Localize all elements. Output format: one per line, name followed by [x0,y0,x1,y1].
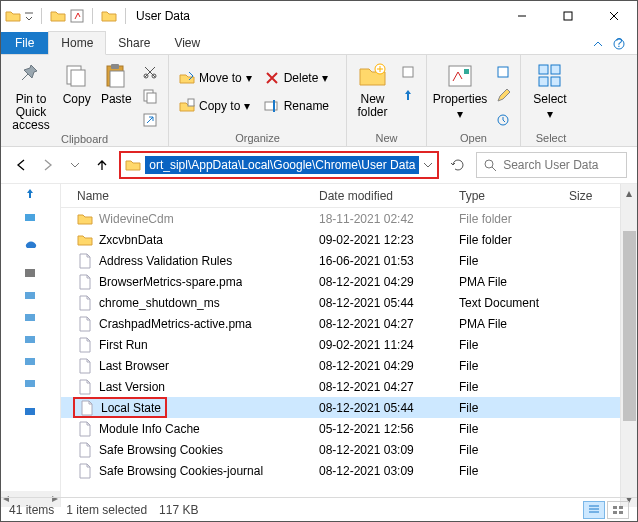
table-row[interactable]: Local State08-12-2021 05:44File [61,397,620,418]
select-button[interactable]: Select ▾ [527,57,573,121]
tab-share[interactable]: Share [106,32,162,54]
copy-button[interactable]: Copy [59,57,95,106]
copy-path-icon [142,88,158,104]
open-button[interactable] [491,61,515,83]
svg-rect-35 [25,408,35,415]
address-row: ort_sipl\AppData\Local\Google\Chrome\Use… [1,147,637,183]
table-row[interactable]: First Run09-02-2021 11:24File [61,334,620,355]
ribbon-collapse-icon[interactable] [593,39,603,49]
file-name: ZxcvbnData [99,233,163,247]
column-type[interactable]: Type [459,189,569,203]
column-headers[interactable]: Name Date modified Type Size [61,184,620,208]
table-row[interactable]: Safe Browsing Cookies-journal08-12-2021 … [61,460,620,481]
table-row[interactable]: CrashpadMetrics-active.pma08-12-2021 04:… [61,313,620,334]
svg-rect-31 [25,314,35,321]
tab-file[interactable]: File [1,32,48,54]
address-path[interactable]: ort_sipl\AppData\Local\Google\Chrome\Use… [145,156,419,174]
move-to-button[interactable]: Move to▾ [175,67,256,89]
column-size[interactable]: Size [569,189,620,203]
large-icons-view-button[interactable] [607,501,629,519]
svg-rect-26 [551,77,560,86]
history-button[interactable] [491,109,515,131]
chevron-down-icon: ▾ [547,108,553,121]
folder-icon [5,8,21,24]
group-select-label: Select [527,132,575,146]
details-view-button[interactable] [583,501,605,519]
table-row[interactable]: WidevineCdm18-11-2021 02:42File folder [61,208,620,229]
new-folder-button[interactable]: New folder [353,57,392,119]
svg-point-27 [485,160,493,168]
svg-rect-39 [619,511,623,514]
folder-icon [50,8,66,24]
ribbon-tabs: File Home Share View ? [1,31,637,55]
svg-rect-30 [25,292,35,299]
svg-rect-1 [564,12,572,20]
history-icon [495,112,511,128]
up-button[interactable] [92,154,111,176]
file-icon [77,316,93,332]
new-item-button[interactable] [396,61,420,83]
main-area: ◂▸ Name Date modified Type Size Widevine… [1,183,637,507]
table-row[interactable]: ZxcvbnData09-02-2021 12:23File folder [61,229,620,250]
qat-dropdown-icon[interactable] [25,10,33,22]
navigation-pane[interactable]: ◂▸ [1,184,61,507]
paste-shortcut-button[interactable] [138,109,162,131]
table-row[interactable]: Safe Browsing Cookies08-12-2021 03:09Fil… [61,439,620,460]
pin-icon [15,61,47,91]
pin-to-quick-access-button[interactable]: Pin to Quick access [7,57,55,133]
file-name: Last Version [99,380,165,394]
properties-button[interactable]: Properties ▾ [433,57,487,121]
address-bar[interactable]: ort_sipl\AppData\Local\Google\Chrome\Use… [119,151,439,179]
delete-button[interactable]: Delete▾ [260,67,333,89]
cut-button[interactable] [138,61,162,83]
rename-button[interactable]: Rename [260,95,333,117]
scroll-up-button[interactable]: ▴ [621,184,637,201]
file-name: Local State [101,401,161,415]
file-date: 08-12-2021 03:09 [319,443,459,457]
table-row[interactable]: Module Info Cache05-12-2021 12:56File [61,418,620,439]
table-row[interactable]: BrowserMetrics-spare.pma08-12-2021 04:29… [61,271,620,292]
help-icon[interactable]: ? [613,38,625,50]
address-dropdown-icon[interactable] [423,160,433,170]
file-date: 08-12-2021 04:27 [319,317,459,331]
minimize-button[interactable] [499,1,545,31]
file-list[interactable]: WidevineCdm18-11-2021 02:42File folderZx… [61,208,620,507]
edit-button[interactable] [491,85,515,107]
table-row[interactable]: Last Version08-12-2021 04:27File [61,376,620,397]
tab-view[interactable]: View [162,32,212,54]
file-type: File [459,338,569,352]
table-row[interactable]: Last Browser08-12-2021 04:29File [61,355,620,376]
properties-qat-icon[interactable] [70,9,84,23]
vertical-scrollbar[interactable]: ▴ ▾ [620,184,637,507]
search-input[interactable]: Search User Data [476,152,627,178]
easy-access-button[interactable] [396,85,420,107]
status-bar: 41 items 1 item selected 117 KB [1,497,637,521]
ribbon: Pin to Quick access Copy Paste Clipboard… [1,55,637,147]
svg-rect-14 [188,99,194,106]
scroll-thumb[interactable] [623,231,636,421]
back-button[interactable] [11,154,30,176]
copy-path-button[interactable] [138,85,162,107]
refresh-button[interactable] [447,153,468,177]
search-icon [483,158,497,172]
file-name: CrashpadMetrics-active.pma [99,317,252,331]
svg-rect-23 [539,65,548,74]
maximize-button[interactable] [545,1,591,31]
file-icon [77,337,93,353]
copy-to-button[interactable]: Copy to▾ [175,95,256,117]
paste-button[interactable]: Paste [98,57,134,106]
column-date[interactable]: Date modified [319,189,459,203]
tab-home[interactable]: Home [48,31,106,55]
column-name[interactable]: Name [61,189,319,203]
chevron-down-icon: ▾ [244,99,250,113]
close-button[interactable] [591,1,637,31]
file-type: File [459,401,569,415]
table-row[interactable]: chrome_shutdown_ms08-12-2021 05:44Text D… [61,292,620,313]
file-date: 08-12-2021 03:09 [319,464,459,478]
svg-rect-38 [613,511,617,514]
file-date: 08-12-2021 04:27 [319,380,459,394]
recent-locations-button[interactable] [65,154,84,176]
forward-button[interactable] [38,154,57,176]
table-row[interactable]: Address Validation Rules16-06-2021 01:53… [61,250,620,271]
svg-rect-20 [464,69,469,74]
